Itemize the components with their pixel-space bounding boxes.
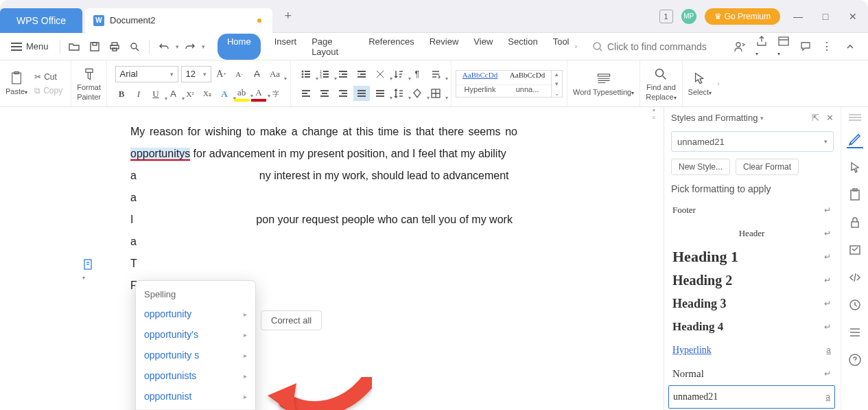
go-premium-button[interactable]: ♛ Go Premium bbox=[705, 8, 780, 25]
ribbon-scroll-right[interactable]: › bbox=[717, 60, 724, 106]
style-row-heading4[interactable]: Heading 4↵ bbox=[668, 315, 835, 339]
distribute-button[interactable] bbox=[372, 86, 388, 101]
rail-styles-icon[interactable] bbox=[847, 132, 863, 148]
pin-icon[interactable]: ⇱ bbox=[812, 113, 819, 123]
suggestion-opportunists[interactable]: opportunists▸ bbox=[136, 365, 255, 386]
rail-lock-icon[interactable] bbox=[847, 214, 863, 231]
superscript-button[interactable]: X² bbox=[183, 87, 198, 102]
decrease-indent-button[interactable] bbox=[335, 67, 351, 82]
tab-review[interactable]: Review bbox=[428, 34, 460, 60]
font-family-select[interactable]: Arial▾ bbox=[115, 66, 178, 82]
style-row-footer[interactable]: Footer↵ bbox=[668, 198, 835, 222]
bold-button[interactable]: B bbox=[114, 87, 129, 102]
print-icon[interactable] bbox=[106, 38, 123, 56]
maximize-button[interactable]: □ bbox=[816, 7, 835, 26]
numbering-button[interactable]: 123 bbox=[316, 67, 333, 82]
notification-badge[interactable]: 1 bbox=[659, 10, 673, 23]
style-row-heading1[interactable]: Heading 1↵ bbox=[668, 245, 835, 269]
panel-title[interactable]: Styles and Formatting▾ bbox=[671, 113, 764, 123]
clear-format-button[interactable]: Clear Format bbox=[736, 159, 799, 175]
style-gallery[interactable]: AaBbCcDdAaBbCcDd Hyperlinkunna... bbox=[456, 70, 552, 98]
phonetic-button[interactable]: 字 bbox=[268, 87, 283, 102]
new-tab-button[interactable]: + bbox=[279, 6, 298, 26]
layout-icon[interactable]: ▾ bbox=[777, 35, 790, 58]
export-icon[interactable]: ▾ bbox=[755, 35, 768, 58]
tab-insert[interactable]: Insert bbox=[273, 34, 298, 60]
new-style-button[interactable]: New Style... bbox=[671, 159, 730, 175]
comment-icon[interactable] bbox=[799, 41, 812, 53]
word-typesetting-button[interactable]: Word Typesetting▾ bbox=[573, 71, 634, 96]
paragraph-mark-button[interactable]: ¶ bbox=[409, 67, 425, 82]
clear-format-icon[interactable]: A̶ bbox=[250, 67, 265, 82]
rail-code-icon[interactable] bbox=[847, 269, 863, 286]
correct-all-button[interactable]: Correct all bbox=[261, 310, 322, 330]
sort-button[interactable] bbox=[390, 67, 407, 82]
redo-icon[interactable] bbox=[182, 38, 199, 56]
close-button[interactable]: ✕ bbox=[843, 7, 863, 26]
menu-button[interactable]: Menu bbox=[5, 38, 54, 54]
highlight-button[interactable]: ab bbox=[234, 87, 249, 102]
close-panel-icon[interactable]: ✕ bbox=[826, 113, 834, 123]
align-left-button[interactable] bbox=[298, 86, 314, 101]
bullets-button[interactable] bbox=[298, 67, 314, 82]
style-gallery-scroll[interactable]: ▴▾⌄ bbox=[552, 70, 563, 98]
copy-button[interactable]: ⧉Copy bbox=[32, 84, 65, 97]
page-gutter-icon[interactable]: ▾ bbox=[82, 258, 95, 282]
rail-select-icon[interactable] bbox=[847, 159, 863, 176]
change-case-icon[interactable]: Aa bbox=[268, 67, 283, 82]
find-replace-button[interactable]: Find and Replace▾ bbox=[646, 67, 676, 101]
rail-outline-icon[interactable] bbox=[847, 324, 863, 341]
rail-history-icon[interactable] bbox=[847, 297, 863, 313]
font-color-button[interactable]: A bbox=[251, 87, 266, 102]
document-tab[interactable]: W Document2 bbox=[85, 8, 272, 33]
misspelled-word[interactable]: opportunitys bbox=[130, 148, 190, 161]
print-preview-icon[interactable] bbox=[126, 38, 143, 56]
style-row-hyperlink[interactable]: Hyperlinka bbox=[668, 339, 835, 362]
font-size-select[interactable]: 12▾ bbox=[181, 66, 211, 82]
collapse-ribbon[interactable] bbox=[842, 38, 858, 55]
style-row-normal[interactable]: Normal↵ bbox=[668, 362, 835, 385]
underline-button[interactable]: U bbox=[148, 87, 163, 102]
current-style-select[interactable]: unnamed21▾ bbox=[671, 131, 834, 152]
rail-property-icon[interactable] bbox=[847, 242, 863, 258]
align-justify-button[interactable] bbox=[353, 86, 370, 101]
undo-dropdown[interactable]: ▾ bbox=[176, 43, 179, 50]
shrink-font-icon[interactable]: A- bbox=[232, 67, 247, 82]
tab-references[interactable]: References bbox=[367, 34, 415, 60]
text-effects-button[interactable]: A bbox=[217, 87, 232, 102]
command-search-input[interactable] bbox=[607, 41, 731, 52]
open-icon[interactable] bbox=[66, 38, 83, 56]
select-button[interactable]: Select▾ bbox=[688, 71, 712, 96]
suggestion-opportunitys-apos[interactable]: opportunity's▸ bbox=[136, 324, 255, 345]
grow-font-icon[interactable]: A+ bbox=[214, 67, 229, 82]
undo-icon[interactable] bbox=[155, 38, 172, 56]
increase-indent-button[interactable] bbox=[353, 67, 370, 82]
tab-scroll-right[interactable]: › bbox=[572, 43, 580, 50]
suggestion-opportunity-s[interactable]: opportunity s▸ bbox=[136, 345, 255, 365]
qat-customize[interactable]: ▾ bbox=[202, 43, 205, 50]
align-center-button[interactable] bbox=[316, 86, 333, 101]
avatar[interactable]: MP bbox=[681, 9, 696, 24]
subscript-button[interactable]: X₂ bbox=[200, 87, 215, 102]
rail-grip[interactable] bbox=[849, 114, 861, 121]
tab-section[interactable]: Section bbox=[506, 34, 539, 60]
asian-layout-button[interactable] bbox=[372, 67, 388, 82]
style-row-unnamed21[interactable]: unnamed21a bbox=[668, 385, 835, 409]
borders-button[interactable] bbox=[427, 86, 444, 101]
style-row-heading3[interactable]: Heading 3↵ bbox=[668, 292, 835, 315]
style-row-header[interactable]: Header↵ bbox=[668, 222, 835, 245]
more-icon[interactable]: ⋮ bbox=[821, 40, 832, 53]
tab-view[interactable]: View bbox=[472, 34, 494, 60]
align-right-button[interactable] bbox=[335, 86, 351, 101]
tab-tools[interactable]: Tools bbox=[552, 34, 570, 60]
paste-button[interactable]: Paste▾ bbox=[5, 71, 27, 95]
save-icon[interactable] bbox=[86, 38, 103, 56]
cut-button[interactable]: ✂Cut bbox=[32, 71, 65, 83]
text-direction-button[interactable] bbox=[427, 67, 444, 82]
suggestion-opportunity[interactable]: opportunity▸ bbox=[136, 304, 255, 324]
strikethrough-button[interactable]: A̵ bbox=[165, 87, 180, 102]
rail-help-icon[interactable] bbox=[847, 352, 863, 368]
document-page[interactable]: My reason for wishing to make a change a… bbox=[49, 107, 598, 324]
format-painter-button[interactable]: Format Painter bbox=[77, 67, 101, 101]
tab-home[interactable]: Home bbox=[218, 34, 261, 60]
